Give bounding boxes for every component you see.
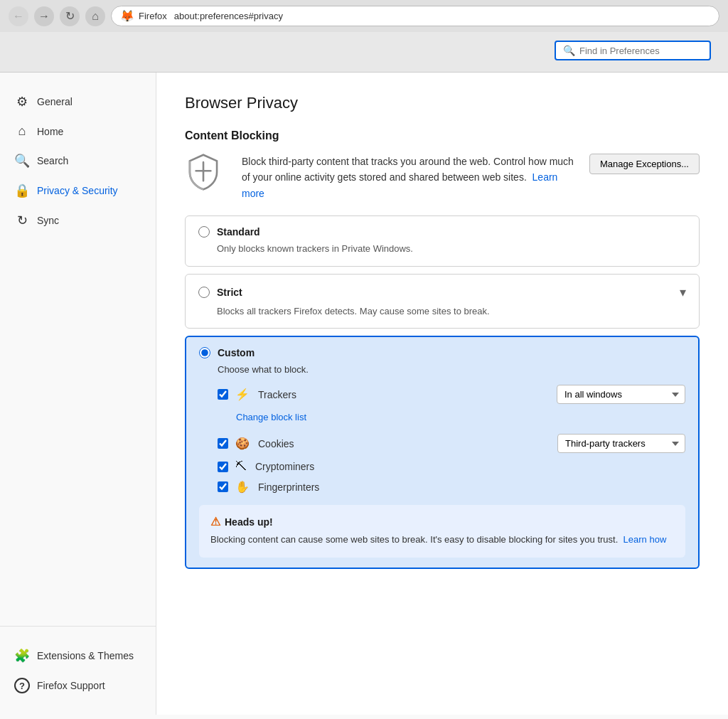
sidebar-bottom-items: 🧩 Extensions & Themes ? Firefox Support (0, 626, 156, 701)
search-prefs-icon: 🔍 (563, 45, 575, 56)
warning-text: Blocking content can cause some web site… (210, 533, 674, 548)
custom-label: Custom (218, 347, 255, 358)
standard-label-row: Standard (198, 226, 686, 238)
shield-icon (185, 154, 222, 191)
support-icon: ? (14, 678, 30, 693)
fingerprinters-icon: ✋ (235, 480, 250, 494)
strict-option[interactable]: Strict ▾ Blocks all trackers Firefox det… (185, 274, 700, 329)
home-icon: ⌂ (14, 124, 30, 139)
blocking-description: Block third-party content that tracks yo… (242, 154, 575, 201)
manage-exceptions-button[interactable]: Manage Exceptions... (589, 154, 700, 174)
content-blocking-header: Block third-party content that tracks yo… (185, 154, 700, 201)
address-text: Firefox (139, 11, 167, 21)
cookies-row: 🍪 Cookies Third-party trackers Third-par… (218, 434, 685, 453)
warning-title-text: Heads up! (225, 516, 273, 528)
back-button[interactable]: ← (9, 6, 28, 26)
sidebar-nav: ⚙ General ⌂ Home 🔍 Search 🔒 Privacy & Se… (0, 87, 156, 701)
standard-label: Standard (217, 226, 260, 238)
section-title: Content Blocking (185, 129, 700, 142)
app-container: ⚙ General ⌂ Home 🔍 Search 🔒 Privacy & Se… (0, 73, 728, 715)
strict-radio[interactable] (198, 287, 210, 298)
cryptominers-checkbox[interactable] (218, 462, 228, 472)
browser-chrome: ← → ↻ ⌂ 🦊 Firefox about:preferences#priv… (0, 0, 728, 73)
page-title: Browser Privacy (185, 94, 700, 112)
home-button[interactable]: ⌂ (85, 6, 105, 26)
search-sidebar-icon: 🔍 (14, 153, 30, 169)
sync-icon: ↻ (14, 213, 30, 228)
sidebar-item-label-extensions: Extensions & Themes (37, 650, 134, 661)
sidebar-item-search[interactable]: 🔍 Search (0, 146, 156, 176)
find-prefs-row: 🔍 (0, 32, 728, 72)
fingerprinters-checkbox[interactable] (218, 481, 228, 492)
cookies-checkbox[interactable] (218, 438, 228, 449)
strict-label-row: Strict ▾ (198, 284, 686, 300)
fingerprinters-label: Fingerprinters (258, 481, 685, 493)
warning-triangle-icon: ⚠ (210, 515, 220, 528)
warning-title: ⚠ Heads up! (210, 515, 674, 528)
custom-desc: Choose what to block. (218, 364, 685, 375)
main-content: Browser Privacy Content Blocking Block t… (156, 73, 728, 715)
custom-label-row: Custom (199, 347, 685, 358)
warning-box: ⚠ Heads up! Blocking content can cause s… (199, 505, 685, 558)
sidebar-item-label-home: Home (37, 126, 63, 137)
sidebar-item-general[interactable]: ⚙ General (0, 87, 156, 117)
strict-chevron-icon[interactable]: ▾ (680, 284, 686, 300)
sidebar-item-label-privacy: Privacy & Security (37, 185, 118, 196)
strict-label: Strict (217, 287, 242, 298)
cookies-icon: 🍪 (235, 437, 250, 450)
reload-button[interactable]: ↻ (60, 6, 80, 26)
forward-button[interactable]: → (34, 6, 54, 26)
sidebar-item-label-support: Firefox Support (37, 680, 105, 691)
cryptominers-row: ⛏ Cryptominers (218, 460, 685, 473)
sidebar: ⚙ General ⌂ Home 🔍 Search 🔒 Privacy & Se… (0, 73, 156, 715)
strict-label-left: Strict (198, 287, 242, 298)
fingerprinters-row: ✋ Fingerprinters (218, 480, 685, 494)
standard-label-left: Standard (198, 226, 260, 238)
browser-toolbar: ← → ↻ ⌂ 🦊 Firefox about:preferences#priv… (0, 0, 728, 32)
sidebar-item-label-general: General (37, 96, 73, 107)
standard-desc: Only blocks known trackers in Private Wi… (217, 242, 686, 256)
general-icon: ⚙ (14, 94, 30, 110)
address-url: about:preferences#privacy (174, 11, 283, 21)
find-in-preferences-box[interactable]: 🔍 (555, 41, 711, 60)
trackers-label: Trackers (258, 389, 550, 400)
sidebar-item-privacy[interactable]: 🔒 Privacy & Security (0, 176, 156, 206)
sidebar-item-support[interactable]: ? Firefox Support (0, 671, 156, 701)
shield-icon-wrap (185, 154, 228, 196)
standard-radio[interactable] (198, 226, 210, 238)
learn-how-link[interactable]: Learn how (623, 534, 667, 545)
sidebar-top-items: ⚙ General ⌂ Home 🔍 Search 🔒 Privacy & Se… (0, 87, 156, 612)
sidebar-item-label-sync: Sync (37, 215, 59, 226)
trackers-row: ⚡ Trackers In all windows Only in Privat… (218, 385, 685, 404)
cryptominers-icon: ⛏ (235, 460, 247, 473)
cryptominers-label: Cryptominers (255, 461, 685, 472)
warning-body-text: Blocking content can cause some web site… (210, 534, 618, 545)
blocking-desc-text: Block third-party content that tracks yo… (242, 156, 574, 183)
cookies-label: Cookies (258, 438, 550, 449)
sidebar-item-home[interactable]: ⌂ Home (0, 117, 156, 146)
trackers-icon: ⚡ (235, 388, 250, 401)
change-block-list-link[interactable]: Change block list (236, 412, 306, 422)
firefox-logo-icon: 🦊 (120, 9, 134, 23)
trackers-dropdown[interactable]: In all windows Only in Private Windows (557, 385, 685, 404)
custom-option[interactable]: Custom Choose what to block. ⚡ Trackers … (185, 336, 700, 569)
sidebar-item-sync[interactable]: ↻ Sync (0, 206, 156, 235)
trackers-checkbox[interactable] (218, 389, 228, 400)
cookies-dropdown[interactable]: Third-party trackers Third-party cookies… (557, 434, 685, 453)
privacy-lock-icon: 🔒 (14, 183, 30, 198)
custom-radio[interactable] (199, 347, 210, 358)
sidebar-item-extensions[interactable]: 🧩 Extensions & Themes (0, 641, 156, 671)
address-bar[interactable]: 🦊 Firefox about:preferences#privacy (111, 6, 719, 26)
extensions-icon: 🧩 (14, 648, 30, 664)
sidebar-item-label-search: Search (37, 155, 68, 166)
strict-desc: Blocks all trackers Firefox detects. May… (217, 304, 686, 319)
standard-option[interactable]: Standard Only blocks known trackers in P… (185, 215, 700, 267)
find-in-preferences-input[interactable] (579, 46, 702, 56)
